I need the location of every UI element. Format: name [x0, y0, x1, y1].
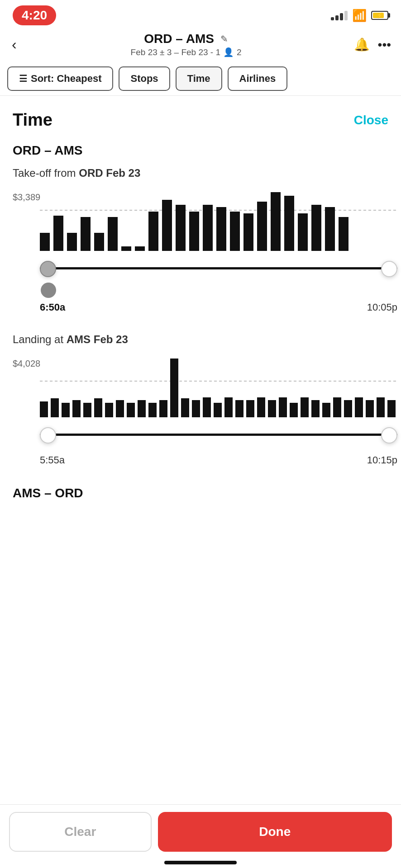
- svg-rect-52: [322, 403, 330, 417]
- svg-rect-51: [311, 400, 320, 417]
- svg-rect-21: [311, 205, 321, 251]
- svg-rect-49: [290, 403, 298, 417]
- svg-rect-54: [344, 400, 352, 417]
- svg-rect-19: [284, 196, 294, 251]
- svg-rect-27: [51, 398, 59, 417]
- sort-icon: ☰: [19, 73, 27, 84]
- svg-rect-41: [203, 397, 211, 417]
- svg-rect-1: [40, 233, 50, 251]
- outbound-left-thumb[interactable]: [40, 261, 56, 277]
- tab-airlines-label: Airlines: [239, 73, 276, 85]
- outbound-slider[interactable]: [40, 255, 397, 282]
- tab-airlines[interactable]: Airlines: [228, 66, 288, 91]
- svg-rect-39: [181, 398, 189, 417]
- panel-title: Time: [13, 110, 53, 130]
- outbound-slider-track: [40, 267, 397, 269]
- svg-point-24: [41, 283, 56, 298]
- svg-rect-38: [170, 359, 178, 417]
- status-icons: 📶 ⚡: [331, 9, 388, 23]
- tab-stops[interactable]: Stops: [119, 66, 170, 91]
- edit-icon[interactable]: ✎: [220, 33, 228, 44]
- landing-bar-chart: [40, 359, 397, 417]
- outbound-right-thumb[interactable]: [381, 261, 397, 277]
- svg-rect-4: [81, 217, 91, 251]
- return-route: AMS – ORD: [13, 486, 388, 500]
- outbound-time-end: 10:05p: [367, 302, 397, 313]
- svg-rect-11: [176, 205, 186, 251]
- status-bar: 4:20 📶 ⚡: [0, 0, 401, 29]
- landing-slider-track: [40, 434, 397, 436]
- outbound-time-labels: 6:50a 10:05p: [40, 302, 397, 313]
- svg-rect-15: [230, 212, 240, 251]
- svg-rect-13: [203, 205, 213, 251]
- filter-tabs: ☰ Sort: Cheapest Stops Time Airlines: [0, 62, 401, 96]
- tab-sort-label: Sort: Cheapest: [31, 73, 101, 85]
- outbound-section: ORD – AMS Take-off from ORD Feb 23 $3,38…: [13, 143, 388, 313]
- tab-sort[interactable]: ☰ Sort: Cheapest: [7, 66, 113, 91]
- landing-label: Landing at AMS Feb 23: [13, 333, 388, 346]
- svg-rect-47: [268, 400, 276, 417]
- landing-slider[interactable]: [40, 421, 397, 448]
- svg-rect-6: [108, 217, 118, 251]
- svg-rect-31: [94, 398, 102, 417]
- svg-rect-50: [301, 397, 309, 417]
- svg-rect-37: [159, 400, 167, 417]
- svg-rect-10: [162, 200, 172, 251]
- route-title: ORD – AMS: [144, 32, 214, 46]
- svg-rect-48: [279, 397, 287, 417]
- bottom-bar: Clear Done: [0, 804, 401, 868]
- svg-rect-58: [387, 400, 396, 417]
- outbound-price: $3,389: [13, 192, 40, 203]
- svg-rect-42: [214, 403, 222, 417]
- svg-rect-23: [339, 217, 348, 251]
- svg-rect-35: [138, 400, 146, 417]
- svg-rect-33: [116, 400, 124, 417]
- svg-rect-40: [192, 400, 200, 417]
- home-indicator: [164, 861, 237, 864]
- landing-time-end: 10:15p: [367, 454, 397, 466]
- main-panel: Time Close ORD – AMS Take-off from ORD F…: [0, 96, 401, 535]
- svg-rect-16: [243, 213, 253, 251]
- svg-rect-29: [72, 400, 81, 417]
- svg-rect-14: [216, 207, 226, 251]
- landing-time-start: 5:55a: [40, 454, 65, 466]
- svg-rect-5: [94, 233, 104, 251]
- bell-icon[interactable]: 🔔: [354, 37, 370, 52]
- back-button[interactable]: ‹: [10, 34, 19, 55]
- svg-rect-17: [257, 202, 267, 251]
- more-icon[interactable]: •••: [378, 38, 391, 52]
- svg-rect-32: [105, 403, 113, 417]
- svg-rect-28: [62, 403, 70, 417]
- outbound-active-thumb-dot: [40, 282, 57, 301]
- svg-rect-45: [246, 400, 254, 417]
- outbound-route: ORD – AMS: [13, 143, 388, 158]
- svg-rect-56: [366, 400, 374, 417]
- svg-rect-20: [298, 213, 308, 251]
- clear-button[interactable]: Clear: [9, 812, 152, 852]
- landing-right-thumb[interactable]: [381, 427, 397, 443]
- done-button[interactable]: Done: [158, 812, 392, 852]
- svg-rect-46: [257, 397, 265, 417]
- svg-rect-44: [235, 400, 243, 417]
- landing-left-thumb[interactable]: [40, 427, 56, 443]
- nav-header: ‹ ORD – AMS ✎ Feb 23 ± 3 – Feb 23 - 1 👤 …: [0, 29, 401, 62]
- svg-rect-43: [224, 397, 233, 417]
- panel-header: Time Close: [13, 110, 388, 130]
- outbound-bar-chart: [40, 192, 397, 251]
- person-icon: 👤: [223, 47, 234, 57]
- status-time: 4:20: [13, 5, 56, 25]
- nav-subtitle: Feb 23 ± 3 – Feb 23 - 1 👤 2: [19, 47, 354, 57]
- svg-rect-36: [148, 403, 157, 417]
- tab-stops-label: Stops: [130, 73, 158, 85]
- wifi-icon: 📶: [352, 9, 367, 23]
- svg-rect-2: [53, 216, 63, 251]
- svg-rect-8: [135, 246, 145, 251]
- landing-price: $4,028: [13, 359, 40, 369]
- close-button[interactable]: Close: [354, 113, 388, 127]
- landing-time-labels: 5:55a 10:15p: [40, 454, 397, 466]
- svg-rect-3: [67, 233, 77, 251]
- svg-rect-7: [121, 246, 131, 251]
- tab-time[interactable]: Time: [176, 66, 222, 91]
- svg-rect-9: [148, 212, 158, 251]
- tab-time-label: Time: [187, 73, 210, 85]
